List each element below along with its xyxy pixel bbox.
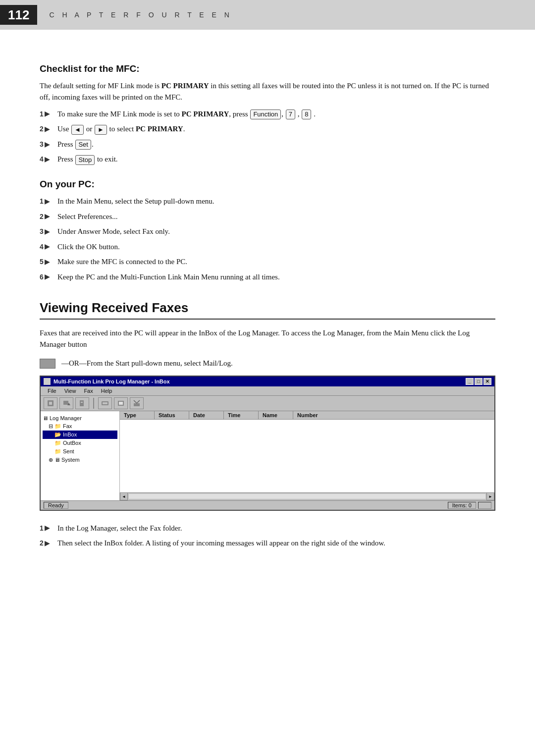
tree-fax[interactable]: ⊟ 📁 Fax xyxy=(43,422,117,431)
win-close-btn[interactable]: ✕ xyxy=(483,378,491,385)
step-arrow-4: ▶ xyxy=(45,155,50,164)
col-number: Number xyxy=(293,411,328,419)
step-content-4: Press Stop to exit. xyxy=(57,154,495,165)
col-time: Time xyxy=(224,411,259,419)
log-manager-label: Log Manager xyxy=(50,415,82,421)
on-your-pc-heading: On your PC: xyxy=(40,179,495,190)
pc-step-content-1: In the Main Menu, select the Setup pull-… xyxy=(57,196,495,207)
step-content-1: To make sure the MF Link mode is set to … xyxy=(57,108,495,120)
step-content-3: Press Set. xyxy=(57,139,495,150)
pc-step-num-4: 4 ▶ xyxy=(40,241,57,252)
step-number-4: 4 ▶ xyxy=(40,154,57,164)
win-title-text: Multi-Function Link Pro Log Manager - In… xyxy=(54,378,170,384)
fax-folder-icon: 📁 xyxy=(54,423,61,430)
win-restore-btn[interactable]: □ xyxy=(475,378,482,385)
outbox-label: OutBox xyxy=(63,440,81,446)
pc-step-content-2: Select Preferences... xyxy=(57,211,495,222)
viewing-section: Viewing Received Faxes Faxes that are re… xyxy=(40,300,495,549)
svg-rect-1 xyxy=(49,402,52,405)
viewing-step-content-1: In the Log Manager, select the Fax folde… xyxy=(57,523,495,534)
pc-steps: 1 ▶ In the Main Menu, select the Setup p… xyxy=(40,196,495,282)
step-arrow-1: ▶ xyxy=(45,109,50,119)
win-scrollbar-horizontal[interactable]: ◄ ► xyxy=(120,492,494,500)
fax-expand-icon: ⊟ xyxy=(49,423,53,430)
key-set: Set xyxy=(75,140,91,150)
win-minimize-btn[interactable]: _ xyxy=(466,378,474,385)
svg-rect-2 xyxy=(63,401,68,405)
page: 112 C H A P T E R F O U R T E E N Checkl… xyxy=(0,0,535,756)
svg-rect-9 xyxy=(119,402,123,405)
toolbar-btn-2[interactable] xyxy=(59,397,73,409)
menu-fax[interactable]: Fax xyxy=(80,387,97,394)
step-number-1: 1 ▶ xyxy=(40,108,57,119)
win-toolbar xyxy=(41,396,494,411)
checklist-heading: Checklist for the MFC: xyxy=(40,63,495,74)
checklist-section: Checklist for the MFC: The default setti… xyxy=(40,63,495,165)
key-8: 8 xyxy=(302,109,311,119)
tree-inbox[interactable]: 📂 InBox xyxy=(43,431,117,439)
tree-sent[interactable]: 📁 Sent xyxy=(43,447,117,456)
checklist-step-4: 4 ▶ Press Stop to exit. xyxy=(40,154,495,165)
sent-folder-icon: 📁 xyxy=(54,448,61,455)
page-number: 112 xyxy=(0,5,37,25)
pc-step-content-4: Click the OK button. xyxy=(57,241,495,253)
pc-step-num-6: 6 ▶ xyxy=(40,271,57,282)
viewing-steps: 1 ▶ In the Log Manager, select the Fax f… xyxy=(40,523,495,549)
status-ready: Ready xyxy=(44,502,68,509)
menu-view[interactable]: View xyxy=(60,387,80,394)
tree-log-manager[interactable]: 🖥 Log Manager xyxy=(43,414,117,422)
pc-step-content-5: Make sure the MFC is connected to the PC… xyxy=(57,256,495,268)
toolbar-btn-4[interactable] xyxy=(98,397,112,409)
status-right: Items: 0 xyxy=(448,502,491,509)
content-area: Checklist for the MFC: The default setti… xyxy=(0,30,535,584)
tree-system[interactable]: ⊕ 🖥 System xyxy=(43,456,117,464)
pc-step-num-2: 2 ▶ xyxy=(40,211,57,222)
step-number-3: 3 ▶ xyxy=(40,139,57,150)
svg-rect-4 xyxy=(80,400,84,406)
or-text: —OR—From the Start pull-down menu, selec… xyxy=(61,359,233,368)
viewing-heading: Viewing Received Faxes xyxy=(40,300,495,320)
win-content-area xyxy=(120,420,494,492)
status-items: Items: 0 xyxy=(448,502,476,509)
win-main-panel: Type Status Date Time Name Number ◄ xyxy=(120,411,494,500)
viewing-step-num-1: 1 ▶ xyxy=(40,523,57,534)
toolbar-btn-1[interactable] xyxy=(44,397,57,409)
step-arrow-3: ▶ xyxy=(45,140,50,150)
pc-step-content-6: Keep the PC and the Multi-Function Link … xyxy=(57,271,495,283)
scroll-left-arrow[interactable]: ◄ xyxy=(120,492,128,500)
win-app-icon xyxy=(44,378,51,385)
tree-outbox[interactable]: 📁 OutBox xyxy=(43,439,117,447)
log-manager-tree-icon: 🖥 xyxy=(43,415,48,421)
checklist-steps: 1 ▶ To make sure the MF Link mode is set… xyxy=(40,108,495,165)
key-stop: Stop xyxy=(75,155,95,165)
inbox-label: InBox xyxy=(63,432,77,437)
svg-rect-10 xyxy=(134,403,140,406)
menu-file[interactable]: File xyxy=(44,387,60,394)
scroll-track[interactable] xyxy=(129,494,485,499)
pc-step-num-3: 3 ▶ xyxy=(40,226,57,237)
system-icon: 🖥 xyxy=(54,457,60,463)
chapter-label: C H A P T E R F O U R T E E N xyxy=(49,11,232,19)
win-column-headers: Type Status Date Time Name Number xyxy=(120,411,494,420)
sent-label: Sent xyxy=(63,448,74,454)
win-titlebar-buttons: _ □ ✕ xyxy=(466,378,491,385)
pc-step-content-3: Under Answer Mode, select Fax only. xyxy=(57,226,495,237)
step-arrow-2: ▶ xyxy=(45,124,50,134)
win-titlebar-left: Multi-Function Link Pro Log Manager - In… xyxy=(44,378,170,385)
menu-help[interactable]: Help xyxy=(97,387,116,394)
toolbar-btn-6[interactable] xyxy=(130,397,144,409)
fax-label: Fax xyxy=(63,423,72,429)
pc-step-2: 2 ▶ Select Preferences... xyxy=(40,211,495,222)
scroll-right-arrow[interactable]: ► xyxy=(486,492,494,500)
toolbar-separator-1 xyxy=(93,398,94,409)
toolbar-btn-5[interactable] xyxy=(114,397,128,409)
status-extra xyxy=(478,502,491,509)
checklist-step-2: 2 ▶ Use ◄ or ► to select PC PRIMARY. xyxy=(40,123,495,135)
pc-step-3: 3 ▶ Under Answer Mode, select Fax only. xyxy=(40,226,495,237)
pc-step-1: 1 ▶ In the Main Menu, select the Setup p… xyxy=(40,196,495,207)
toolbar-btn-3[interactable] xyxy=(75,397,89,409)
key-7: 7 xyxy=(286,109,295,119)
or-line: —OR—From the Start pull-down menu, selec… xyxy=(40,359,495,369)
win-statusbar: Ready Items: 0 xyxy=(41,500,494,510)
col-type: Type xyxy=(120,411,155,419)
